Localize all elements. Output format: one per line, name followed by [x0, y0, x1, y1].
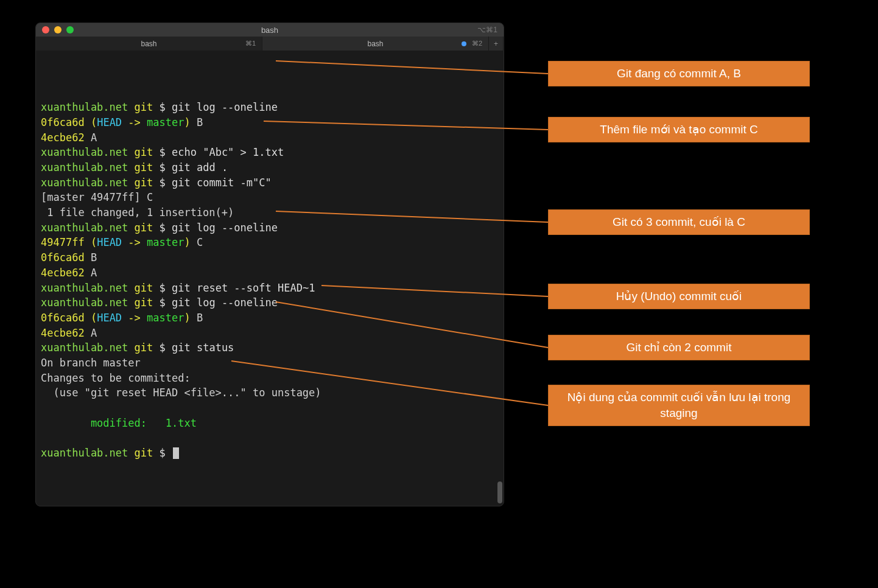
tab-shortcut: ⌘2 — [472, 40, 482, 47]
terminal-line: modified: 1.txt — [41, 416, 499, 431]
terminal-line: xuanthulab.net git $ git status — [41, 340, 499, 355]
tab-bar: bash ⌘1 bash ⌘2 + — [36, 37, 504, 51]
terminal-line: On branch master — [41, 355, 499, 371]
terminal-line: 1 file changed, 1 insertion(+) — [41, 205, 499, 220]
terminal-line: xuanthulab.net git $ — [41, 446, 499, 461]
annotation-box: Thêm file mới và tạo commit C — [548, 117, 810, 142]
terminal-line: (use "git reset HEAD <file>..." to unsta… — [41, 385, 499, 401]
window-title: bash — [36, 26, 504, 35]
terminal-line: 0f6ca6d (HEAD -> master) B — [41, 310, 499, 326]
annotation-box: Git có 3 commit, cuối là C — [548, 209, 810, 235]
close-button[interactable] — [42, 26, 49, 33]
annotation-box: Nội dung của commit cuối vẫn lưu lại tro… — [548, 385, 810, 426]
terminal-line: xuanthulab.net git $ git log --oneline — [41, 100, 499, 115]
terminal-line — [41, 401, 499, 416]
new-tab-button[interactable]: + — [489, 37, 504, 51]
annotation-box: Hủy (Undo) commit cuối — [548, 284, 810, 309]
terminal-line — [41, 431, 499, 446]
scrollbar[interactable] — [496, 51, 502, 506]
minimize-button[interactable] — [54, 26, 61, 33]
terminal-line: xuanthulab.net git $ echo "Abc" > 1.txt — [41, 145, 499, 160]
terminal-line: 4ecbe62 A — [41, 130, 499, 145]
terminal-line: 4ecbe62 A — [41, 265, 499, 281]
terminal-output[interactable]: xuanthulab.net git $ git log --oneline0f… — [36, 51, 504, 506]
traffic-lights — [42, 26, 74, 33]
terminal-window: bash ⌥⌘1 bash ⌘1 bash ⌘2 + xuanthulab.ne… — [35, 23, 504, 506]
terminal-line: xuanthulab.net git $ git log --oneline — [41, 220, 499, 236]
terminal-line: 49477ff (HEAD -> master) C — [41, 235, 499, 250]
tab-label: bash — [141, 40, 156, 48]
zoom-button[interactable] — [66, 26, 74, 33]
tab-bash-1[interactable]: bash ⌘1 — [36, 37, 262, 51]
terminal-line: 0f6ca6d B — [41, 250, 499, 265]
terminal-line: xuanthulab.net git $ git commit -m"C" — [41, 175, 499, 191]
tab-bash-2[interactable]: bash ⌘2 — [262, 37, 489, 51]
terminal-line: Changes to be committed: — [41, 371, 499, 386]
annotation-box: Git đang có commit A, B — [548, 61, 810, 86]
terminal-line: 4ecbe62 A — [41, 326, 499, 341]
terminal-line: 0f6ca6d (HEAD -> master) B — [41, 115, 499, 130]
scrollbar-thumb[interactable] — [497, 481, 502, 503]
cursor — [173, 447, 179, 459]
titlebar: bash ⌥⌘1 — [36, 23, 504, 37]
tab-shortcut: ⌘1 — [245, 40, 256, 47]
terminal-line: xuanthulab.net git $ git log --oneline — [41, 295, 499, 310]
window-shortcut: ⌥⌘1 — [477, 26, 497, 34]
annotation-box: Git chỉ còn 2 commit — [548, 335, 810, 360]
tab-activity-indicator — [462, 41, 466, 46]
terminal-line: [master 49477ff] C — [41, 190, 499, 205]
tab-label: bash — [367, 40, 383, 48]
terminal-line: xuanthulab.net git $ git add . — [41, 160, 499, 175]
terminal-line: xuanthulab.net git $ git reset --soft HE… — [41, 281, 499, 296]
